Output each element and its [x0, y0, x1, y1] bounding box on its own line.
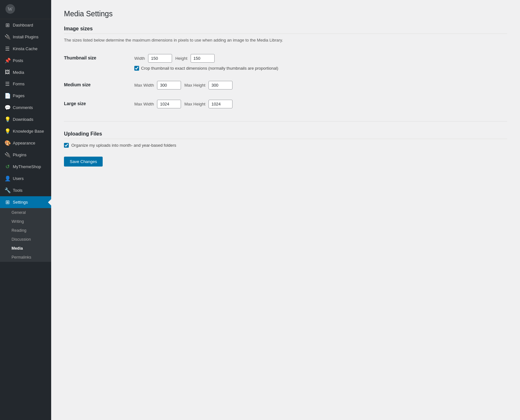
- thumbnail-label: Thumbnail size: [64, 49, 134, 76]
- submenu-item-writing[interactable]: Writing: [0, 217, 51, 226]
- sidebar-item-install-plugins[interactable]: 🔌 Install Plugins: [0, 31, 51, 43]
- sidebar-item-pages[interactable]: 📄 Pages: [0, 90, 51, 102]
- sidebar-item-appearance[interactable]: 🎨 Appearance: [0, 137, 51, 149]
- dashboard-icon: ⊞: [4, 22, 10, 28]
- sidebar-item-mythemeshop[interactable]: ↺ MyThemeShop: [0, 161, 51, 173]
- image-sizes-table: Thumbnail size Width Height Crop thumbna…: [64, 49, 507, 113]
- sidebar-item-forms[interactable]: ☰ Forms: [0, 78, 51, 90]
- save-changes-button[interactable]: Save Changes: [64, 157, 103, 167]
- tools-icon: 🔧: [4, 187, 10, 193]
- svg-text:W: W: [8, 6, 13, 12]
- section-divider: [64, 121, 507, 121]
- large-max-height-label: Max Height: [184, 102, 205, 106]
- wp-logo: W: [0, 0, 51, 19]
- forms-icon: ☰: [4, 81, 10, 87]
- medium-row: Medium size Max Width Max Height: [64, 76, 507, 95]
- sidebar-item-dashboard[interactable]: ⊞ Dashboard: [0, 19, 51, 31]
- pages-icon: 📄: [4, 93, 10, 99]
- knowledge-base-icon: 💡: [4, 128, 10, 134]
- thumbnail-width-input[interactable]: [148, 54, 172, 63]
- main-content: Media Settings Image sizes The sizes lis…: [51, 0, 520, 420]
- sidebar-item-knowledge-base[interactable]: 💡 Knowledge Base: [0, 125, 51, 137]
- sidebar-item-plugins[interactable]: 🔌 Plugins: [0, 149, 51, 161]
- organize-uploads-label: Organize my uploads into month- and year…: [71, 143, 176, 148]
- submenu-item-discussion[interactable]: Discussion: [0, 235, 51, 244]
- sidebar-item-users[interactable]: 👤 Users: [0, 173, 51, 184]
- large-max-width-label: Max Width: [134, 102, 154, 106]
- submenu-item-permalinks[interactable]: Permalinks: [0, 253, 51, 262]
- sidebar-item-tools[interactable]: 🔧 Tools: [0, 184, 51, 196]
- large-max-width-input[interactable]: [157, 100, 181, 108]
- medium-max-height-input[interactable]: [209, 81, 232, 89]
- medium-label: Medium size: [64, 76, 134, 95]
- medium-max-width-input[interactable]: [157, 81, 181, 89]
- submenu-item-general[interactable]: General: [0, 208, 51, 217]
- medium-inputs: Max Width Max Height: [134, 81, 507, 89]
- image-sizes-title: Image sizes: [64, 26, 507, 34]
- organize-uploads-container: Organize my uploads into month- and year…: [64, 143, 507, 148]
- uploading-section: Uploading Files Organize my uploads into…: [64, 131, 507, 148]
- sidebar-item-settings[interactable]: ⊞ Settings: [0, 196, 51, 208]
- medium-max-height-label: Max Height: [184, 83, 205, 88]
- sidebar-item-media[interactable]: 🖼 Media: [0, 66, 51, 78]
- medium-max-width-label: Max Width: [134, 83, 154, 88]
- thumbnail-row: Thumbnail size Width Height Crop thumbna…: [64, 49, 507, 76]
- crop-checkbox-container: Crop thumbnail to exact dimensions (norm…: [134, 66, 507, 71]
- comments-icon: 💬: [4, 105, 10, 111]
- posts-icon: 📌: [4, 58, 10, 64]
- large-label: Large size: [64, 95, 134, 113]
- thumbnail-height-input[interactable]: [191, 54, 215, 63]
- settings-submenu: General Writing Reading Discussion Media…: [0, 208, 51, 262]
- mythemeshop-icon: ↺: [4, 164, 10, 170]
- large-inputs: Max Width Max Height: [134, 100, 507, 108]
- sidebar-item-posts[interactable]: 📌 Posts: [0, 55, 51, 66]
- submenu-item-media[interactable]: Media: [0, 244, 51, 253]
- crop-thumbnail-label: Crop thumbnail to exact dimensions (norm…: [141, 66, 278, 71]
- appearance-icon: 🎨: [4, 140, 10, 146]
- install-plugins-icon: 🔌: [4, 34, 10, 40]
- uploading-title: Uploading Files: [64, 131, 507, 139]
- settings-icon: ⊞: [4, 199, 10, 205]
- large-max-height-input[interactable]: [209, 100, 232, 108]
- submenu-item-reading[interactable]: Reading: [0, 226, 51, 235]
- image-sizes-description: The sizes listed below determine the max…: [64, 38, 507, 43]
- thumbnail-inputs: Width Height: [134, 54, 507, 63]
- page-title: Media Settings: [64, 10, 507, 18]
- kinsta-cache-icon: ☰: [4, 46, 10, 52]
- thumbnail-width-label: Width: [134, 56, 145, 61]
- sidebar: W ⊞ Dashboard 🔌 Install Plugins ☰ Kinsta…: [0, 0, 51, 420]
- sidebar-item-kinsta-cache[interactable]: ☰ Kinsta Cache: [0, 43, 51, 55]
- users-icon: 👤: [4, 175, 10, 182]
- crop-thumbnail-checkbox[interactable]: [134, 66, 139, 71]
- organize-uploads-checkbox[interactable]: [64, 143, 69, 148]
- large-row: Large size Max Width Max Height: [64, 95, 507, 113]
- sidebar-item-downloads[interactable]: 💡 Downloads: [0, 113, 51, 125]
- thumbnail-height-label: Height: [175, 56, 187, 61]
- plugins-icon: 🔌: [4, 152, 10, 158]
- media-icon: 🖼: [4, 69, 10, 75]
- sidebar-item-comments[interactable]: 💬 Comments: [0, 102, 51, 113]
- image-sizes-section: Image sizes The sizes listed below deter…: [64, 26, 507, 113]
- downloads-icon: 💡: [4, 116, 10, 122]
